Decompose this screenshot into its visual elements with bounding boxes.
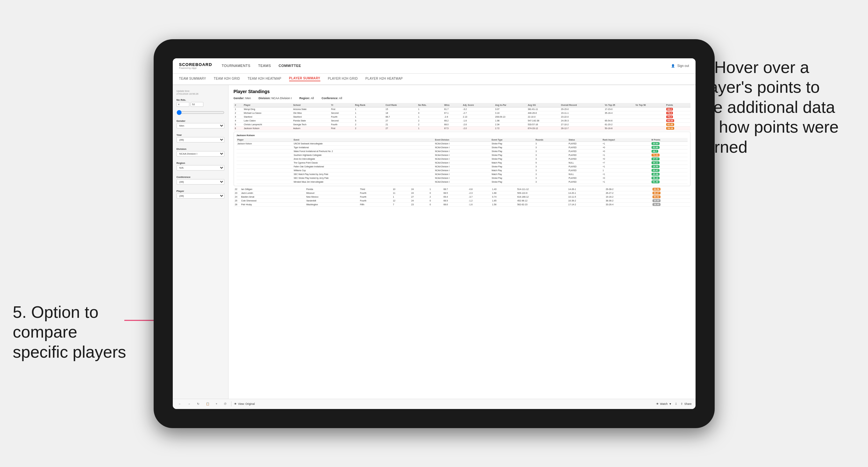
annotation-compare-players: 5. Option to compare specific players: [13, 302, 134, 362]
table-row-highlighted[interactable]: 6 Jackson Kolson Auburn First 2 27 1 67.…: [234, 126, 690, 130]
copy-button[interactable]: 📋: [204, 402, 211, 406]
main-content: Update time: 27/01/2024 16:56:26 No Rds.…: [173, 85, 695, 399]
list-item[interactable]: SEC Match Play hosted by Jerry Pate NCAA…: [237, 172, 688, 176]
sub-nav-player-h2h-grid[interactable]: PLAYER H2H GRID: [328, 77, 358, 81]
logo-area: SCOREBOARD Powered by clippi: [179, 62, 212, 69]
w-points: 30.47: [652, 169, 660, 172]
toolbar-right: 👁 Watch ▼ ⇩ ⇧ Share: [656, 402, 692, 405]
list-item[interactable]: SEC Stroke Play hosted by Jerry Pate NCA…: [237, 176, 688, 180]
w-points: 20.64: [652, 142, 660, 145]
points-badge-hovered: 58.18: [666, 127, 675, 130]
col-no-rds: No Rds.: [417, 103, 443, 107]
points-badge: 70.2: [666, 115, 673, 118]
view-original[interactable]: 👁 View: Original: [234, 402, 255, 405]
division-select[interactable]: NCAA Division I: [177, 151, 224, 157]
points-badge: 38.49: [652, 203, 661, 206]
gender-filter-value: Men: [245, 97, 251, 100]
table-row[interactable]: 24 Bastien Amat New Mexico Fourth 1 27 2…: [234, 195, 690, 198]
nav-tournaments[interactable]: TOURNAMENTS: [221, 64, 250, 68]
share-icon: ⇧: [681, 402, 683, 405]
w-points: 35.98: [652, 173, 660, 176]
gender-select[interactable]: Men: [177, 123, 224, 128]
w-points: 53.60: [652, 146, 660, 149]
table-row[interactable]: 1 Wenyi Ding Arizona State First 1 15 1 …: [234, 107, 690, 111]
tablet-device: SCOREBOARD Powered by clippi TOURNAMENTS…: [154, 39, 715, 428]
download-icon[interactable]: ⇩: [675, 402, 677, 405]
table-row[interactable]: 4 Luke Claton Florida State Second 5 27 …: [234, 119, 690, 122]
watch-icon: 👁: [656, 402, 659, 405]
table-row[interactable]: 22 Ian Gilligan Florida Third 10 24 1 68…: [234, 187, 690, 191]
table-row[interactable]: 25 Cole Sherwood Vanderbilt Fourth 12 24…: [234, 198, 690, 203]
sub-nav-team-h2h-heatmap[interactable]: TEAM H2H HEATMAP: [248, 77, 281, 81]
tablet-screen: SCOREBOARD Powered by clippi TOURNAMENTS…: [173, 58, 695, 409]
table-row[interactable]: 26 Petr Hruby Washington Fifth 7 23 0 68…: [234, 203, 690, 206]
points-badge: 39.95: [652, 199, 661, 202]
player-select[interactable]: (All): [177, 193, 224, 198]
no-rds-from-input[interactable]: [177, 102, 189, 107]
refresh-button[interactable]: ↻: [195, 402, 202, 406]
back-button[interactable]: ←: [177, 402, 183, 406]
conference-select[interactable]: (All): [177, 179, 224, 185]
region-filter-label: Region:: [299, 97, 310, 100]
gender-label: Gender: [177, 120, 224, 122]
conference-filter-value: All: [339, 97, 342, 100]
data-panel: Player Standings Gender: Men Division: N…: [228, 85, 695, 399]
share-button[interactable]: ⇧ Share: [681, 402, 692, 405]
w-points: 56.18: [652, 177, 660, 180]
watch-label: Watch: [660, 402, 668, 405]
table-row[interactable]: 23 Jack Lundin Missouri Fourth 11 24 0 6…: [234, 191, 690, 195]
table-row[interactable]: 3 Stanford Stanford Fourth 1 88.7 1 -2.6…: [234, 115, 690, 119]
points-badge: 60.02: [652, 195, 661, 198]
year-select[interactable]: (All): [177, 137, 224, 143]
points-badge: 79.3: [666, 112, 673, 115]
no-rds-to-input[interactable]: [191, 102, 204, 107]
points-badge: 60.27: [652, 192, 661, 194]
sub-nav-team-summary[interactable]: TEAM SUMMARY: [179, 77, 206, 81]
col-overall: Overall Record: [560, 103, 603, 107]
popup-table: Player Event Event Division Event Type R…: [237, 138, 688, 184]
add-button[interactable]: +: [214, 402, 219, 406]
view-label: View: Original: [238, 402, 255, 405]
no-rds-slider[interactable]: [177, 110, 224, 115]
col-wins: Wins: [443, 103, 462, 107]
player-label: Player: [177, 190, 224, 192]
filters-row: Gender: Men Division: NCAA Division I Re…: [234, 97, 690, 100]
list-item[interactable]: Southern Highlands Collegiate NCAA Divis…: [237, 153, 688, 157]
w-points: 73.33: [652, 154, 660, 157]
region-filter-value: All: [311, 97, 314, 100]
points-hover-popup: Jackson Kolson Player Event Event Divisi…: [234, 132, 690, 186]
col-player: Player: [243, 103, 292, 107]
watch-button[interactable]: 👁 Watch ▼: [656, 402, 672, 405]
col-yr: Yr: [330, 103, 353, 107]
list-item[interactable]: Fallen Oak Collegiate Invitational NCAA …: [237, 164, 688, 168]
forward-button[interactable]: →: [186, 402, 192, 406]
clock-button[interactable]: ⏱: [222, 402, 228, 406]
sub-nav-player-h2h-heatmap[interactable]: PLAYER H2H HEATMAP: [365, 77, 403, 81]
list-item[interactable]: Williams Cup NCAA Division I Match Play …: [237, 168, 688, 172]
col-conf-rank: Conf Rank: [384, 103, 417, 107]
w-points: 61.40: [652, 180, 660, 183]
w-points: 16.50: [652, 165, 660, 168]
sign-out-label[interactable]: Sign out: [677, 64, 689, 68]
sub-nav-player-summary[interactable]: PLAYER SUMMARY: [289, 76, 320, 81]
table-row[interactable]: 2 Michael La Sasso Ole Miss Second 1 18 …: [234, 111, 690, 115]
col-avg-sg: Avg SG: [527, 103, 560, 107]
region-label: Region: [177, 162, 224, 164]
nav-teams[interactable]: TEAMS: [258, 64, 271, 68]
list-item[interactable]: Jackson Kolson UNCW Seahawk Intercollegi…: [237, 142, 688, 145]
points-badge: 60.58: [652, 188, 661, 191]
list-item[interactable]: Mirrabel Maui Jim Intercollegiate NCAA D…: [237, 180, 688, 184]
table-row[interactable]: 5 Christo Lamprecht Georgia Tech Fourth …: [234, 122, 690, 126]
list-item[interactable]: Tiger Invitational NCAA Division I Strok…: [237, 145, 688, 149]
nav-items: TOURNAMENTS TEAMS COMMITTEE: [221, 64, 671, 68]
share-label: Share: [684, 402, 692, 405]
region-select[interactable]: N/A: [177, 165, 224, 170]
list-item[interactable]: Amer An Intercollegiate NCAA Division I …: [237, 157, 688, 161]
nav-committee[interactable]: COMMITTEE: [279, 64, 301, 68]
list-item[interactable]: Wake Forest Invitational at Pinehurst No…: [237, 149, 688, 153]
year-label: Year: [177, 133, 224, 136]
sub-nav-team-h2h-grid[interactable]: TEAM H2H GRID: [214, 77, 240, 81]
conference-filter-label: Conference:: [322, 97, 339, 100]
col-vs50: Vs Top 50: [634, 103, 664, 107]
list-item[interactable]: The Cypress Point Classic NCAA Division …: [237, 161, 688, 164]
